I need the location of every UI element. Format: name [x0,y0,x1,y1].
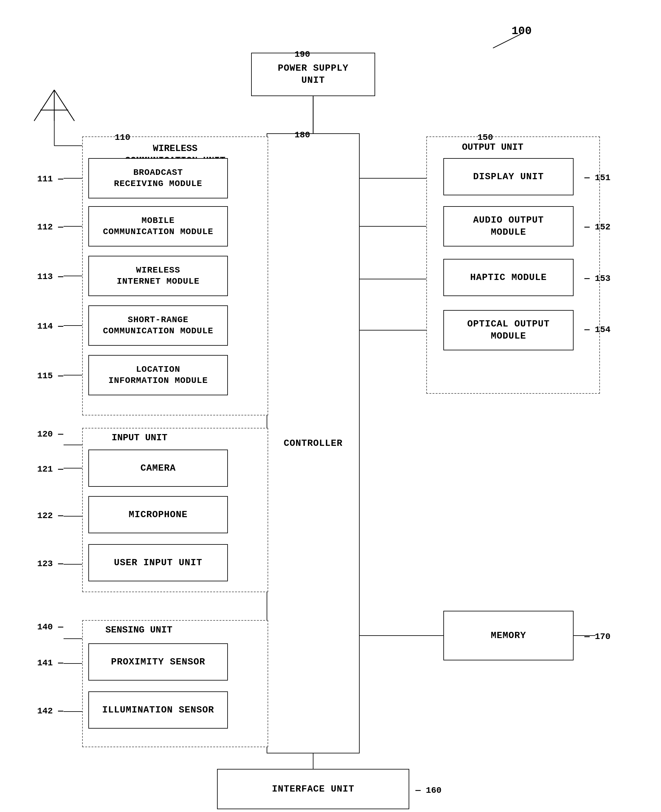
audio-output-box: AUDIO OUTPUTMODULE [443,206,573,246]
ref-114: 114 — [37,322,63,331]
ref-190: 190 [295,49,310,59]
sensing-unit-title: SENSING UNIT [105,625,172,635]
ref-112: 112 — [37,222,63,232]
wireless-internet-module: WIRELESSINTERNET MODULE [88,256,228,296]
proximity-sensor-box: PROXIMITY SENSOR [88,643,228,681]
haptic-module-box: HAPTIC MODULE [443,259,573,296]
location-module: LOCATIONINFORMATION MODULE [88,355,228,395]
ref-142: 142 — [37,706,63,716]
ref-113: 113 — [37,272,63,282]
ref-110: 110 [115,133,130,142]
ref-154: — 154 [584,325,610,335]
ref-122: 122 — [37,511,63,520]
microphone-box: MICROPHONE [88,496,228,533]
ref-180: 180 [295,130,310,140]
ref-170: — 170 [584,632,610,641]
output-unit-title: OUTPUT UNIT [462,142,523,153]
user-input-box: USER INPUT UNIT [88,544,228,581]
power-supply-box: POWER SUPPLYUNIT [251,53,375,96]
controller-box: CONTROLLER [267,133,360,753]
ref-111: 111 — [37,174,63,184]
input-unit-title: INPUT UNIT [112,432,168,443]
ref-160: — 160 [415,786,442,795]
ref-115: 115 — [37,371,63,381]
camera-box: CAMERA [88,450,228,487]
mobile-comm-module: MOBILECOMMUNICATION MODULE [88,206,228,246]
ref-151: — 151 [584,173,610,183]
ref-120: 120 — [37,429,63,439]
broadcast-module: BROADCASTRECEIVING MODULE [88,158,228,198]
ref-141: 141 — [37,658,63,668]
ref-152: — 152 [584,222,610,232]
ref-123: 123 — [37,559,63,569]
interface-unit-box: INTERFACE UNIT [217,769,409,809]
figure-number: 100 [512,25,532,38]
svg-line-1 [34,90,54,121]
svg-line-2 [54,90,74,121]
memory-box: MEMORY [443,611,573,660]
ref-121: 121 — [37,464,63,474]
ref-153: — 153 [584,274,610,283]
illumination-sensor-box: ILLUMINATION SENSOR [88,691,228,729]
ref-150: 150 [477,133,493,142]
short-range-module: SHORT-RANGECOMMUNICATION MODULE [88,305,228,346]
display-unit-box: DISPLAY UNIT [443,158,573,195]
ref-140: 140 — [37,622,63,632]
optical-output-box: OPTICAL OUTPUTMODULE [443,310,573,350]
